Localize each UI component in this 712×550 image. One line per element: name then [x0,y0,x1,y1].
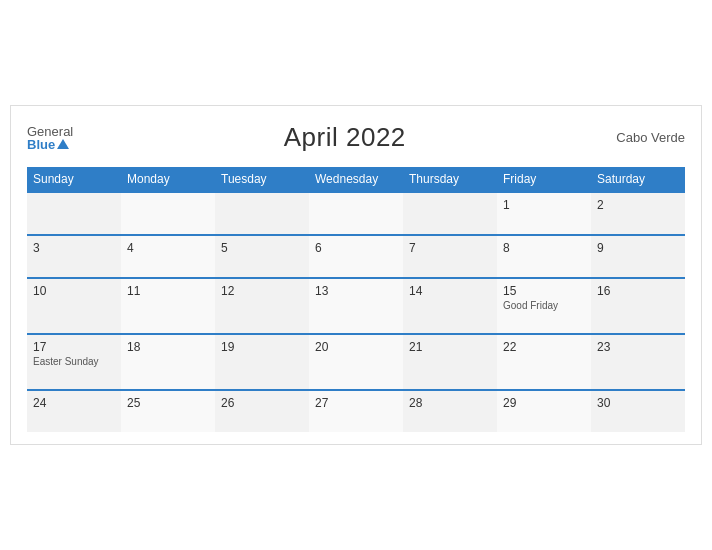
calendar-day-cell: 25 [121,390,215,432]
calendar-day-cell: 30 [591,390,685,432]
calendar-title: April 2022 [284,122,406,153]
day-number: 25 [127,396,209,410]
day-of-week-header: Thursday [403,167,497,192]
calendar-day-cell [403,192,497,235]
day-of-week-header: Monday [121,167,215,192]
calendar-day-cell: 11 [121,278,215,334]
day-number: 8 [503,241,585,255]
day-number: 21 [409,340,491,354]
calendar-day-cell: 22 [497,334,591,390]
calendar-country: Cabo Verde [616,130,685,145]
calendar-day-cell: 6 [309,235,403,278]
day-of-week-header: Tuesday [215,167,309,192]
calendar-day-cell: 24 [27,390,121,432]
day-number: 6 [315,241,397,255]
calendar-day-cell: 14 [403,278,497,334]
day-number: 11 [127,284,209,298]
day-number: 3 [33,241,115,255]
day-number: 26 [221,396,303,410]
calendar-grid: SundayMondayTuesdayWednesdayThursdayFrid… [27,167,685,432]
calendar-day-cell: 21 [403,334,497,390]
calendar-day-cell: 2 [591,192,685,235]
day-of-week-header: Wednesday [309,167,403,192]
day-number: 9 [597,241,679,255]
day-number: 28 [409,396,491,410]
calendar-day-cell: 15Good Friday [497,278,591,334]
day-of-week-header: Saturday [591,167,685,192]
day-number: 12 [221,284,303,298]
calendar-day-cell: 9 [591,235,685,278]
calendar-day-cell: 8 [497,235,591,278]
day-number: 16 [597,284,679,298]
calendar-week-row: 24252627282930 [27,390,685,432]
calendar-day-cell: 13 [309,278,403,334]
calendar-day-cell: 7 [403,235,497,278]
calendar-day-cell: 19 [215,334,309,390]
day-number: 4 [127,241,209,255]
day-of-week-header: Friday [497,167,591,192]
day-number: 1 [503,198,585,212]
day-number: 23 [597,340,679,354]
day-number: 2 [597,198,679,212]
logo-blue-text: Blue [27,138,55,151]
calendar-header-row: SundayMondayTuesdayWednesdayThursdayFrid… [27,167,685,192]
day-number: 7 [409,241,491,255]
calendar-day-cell: 17Easter Sunday [27,334,121,390]
day-event-label: Easter Sunday [33,356,115,367]
calendar-week-row: 12 [27,192,685,235]
calendar-week-row: 101112131415Good Friday16 [27,278,685,334]
day-number: 14 [409,284,491,298]
day-of-week-header: Sunday [27,167,121,192]
calendar-day-cell: 18 [121,334,215,390]
day-number: 13 [315,284,397,298]
day-number: 5 [221,241,303,255]
calendar-wrapper: General Blue April 2022 Cabo Verde Sunda… [10,105,702,445]
calendar-day-cell: 26 [215,390,309,432]
calendar-day-cell: 29 [497,390,591,432]
calendar-day-cell: 3 [27,235,121,278]
calendar-day-cell [309,192,403,235]
calendar-day-cell: 27 [309,390,403,432]
day-number: 18 [127,340,209,354]
calendar-day-cell: 1 [497,192,591,235]
logo-triangle-icon [57,139,69,149]
logo-general-text: General [27,125,73,138]
calendar-header: General Blue April 2022 Cabo Verde [27,122,685,153]
calendar-day-cell: 20 [309,334,403,390]
day-number: 20 [315,340,397,354]
calendar-week-row: 17Easter Sunday181920212223 [27,334,685,390]
day-number: 30 [597,396,679,410]
calendar-day-cell: 16 [591,278,685,334]
day-number: 19 [221,340,303,354]
day-number: 15 [503,284,585,298]
calendar-week-row: 3456789 [27,235,685,278]
day-number: 17 [33,340,115,354]
day-number: 29 [503,396,585,410]
calendar-day-cell: 12 [215,278,309,334]
day-number: 24 [33,396,115,410]
calendar-day-cell: 4 [121,235,215,278]
calendar-day-cell [27,192,121,235]
calendar-day-cell [121,192,215,235]
calendar-day-cell: 10 [27,278,121,334]
calendar-day-cell: 5 [215,235,309,278]
day-number: 22 [503,340,585,354]
day-event-label: Good Friday [503,300,585,311]
day-number: 10 [33,284,115,298]
calendar-day-cell: 28 [403,390,497,432]
calendar-day-cell [215,192,309,235]
logo: General Blue [27,125,73,151]
day-number: 27 [315,396,397,410]
calendar-day-cell: 23 [591,334,685,390]
